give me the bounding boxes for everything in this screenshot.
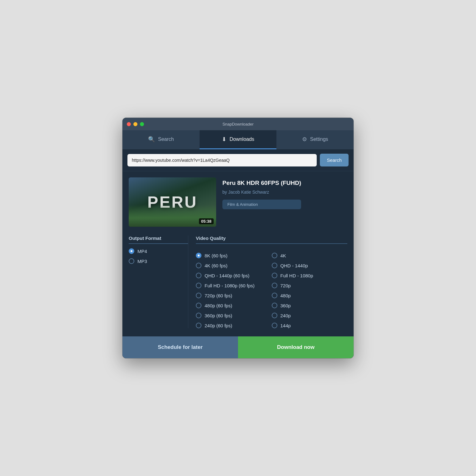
downloads-tab-icon: ⬇	[222, 136, 226, 143]
quality-qhd60-label: QHD - 1440p (60 fps)	[205, 273, 249, 278]
quality-240p60-label: 240p (60 fps)	[205, 323, 232, 328]
minimize-button[interactable]	[133, 122, 137, 126]
quality-col-2: 4K QHD - 1440p Full HD - 1080p 720p	[272, 253, 348, 328]
main-content: PERU 05:38 Peru 8K HDR 60FPS (FUHD) by J…	[122, 171, 354, 336]
quality-720p-radio[interactable]	[272, 283, 277, 288]
video-metadata: Peru 8K HDR 60FPS (FUHD) by Jacob Katie …	[222, 177, 301, 227]
quality-720p60[interactable]: 720p (60 fps)	[196, 293, 272, 298]
quality-8k60-radio[interactable]	[196, 253, 201, 258]
quality-8k60-label: 8K (60 fps)	[205, 253, 227, 258]
quality-240p-label: 240p	[280, 313, 291, 318]
video-quality-label: Video Quality	[196, 236, 347, 244]
quality-240p60[interactable]: 240p (60 fps)	[196, 323, 272, 328]
quality-columns: 8K (60 fps) 4K (60 fps) QHD - 1440p (60 …	[196, 248, 347, 328]
format-mp3-radio[interactable]	[129, 258, 134, 264]
quality-480p60-label: 480p (60 fps)	[205, 303, 232, 308]
quality-480p-label: 480p	[280, 293, 291, 298]
url-input[interactable]	[127, 154, 317, 166]
schedule-button[interactable]: Schedule for later	[122, 336, 238, 358]
quality-360p60-label: 360p (60 fps)	[205, 313, 232, 318]
quality-360p-label: 360p	[280, 303, 291, 308]
quality-720p60-radio[interactable]	[196, 293, 201, 298]
quality-240p-radio[interactable]	[272, 313, 277, 318]
quality-4k60-radio[interactable]	[196, 263, 201, 268]
quality-qhd60[interactable]: QHD - 1440p (60 fps)	[196, 273, 272, 278]
tab-downloads-label: Downloads	[230, 136, 254, 142]
quality-720p-label: 720p	[280, 283, 291, 288]
format-mp4-radio[interactable]	[129, 248, 134, 254]
quality-720p60-label: 720p (60 fps)	[205, 293, 232, 298]
quality-qhd60-radio[interactable]	[196, 273, 201, 278]
tab-settings-label: Settings	[310, 136, 328, 142]
quality-480p[interactable]: 480p	[272, 293, 348, 298]
quality-4k-label: 4K	[280, 253, 286, 258]
format-mp4-label: MP4	[137, 249, 147, 254]
close-button[interactable]	[127, 122, 131, 126]
quality-fhd60-label: Full HD - 1080p (60 fps)	[205, 283, 255, 288]
quality-4k-radio[interactable]	[272, 253, 277, 258]
search-bar: Search	[122, 149, 354, 171]
tab-search[interactable]: 🔍 Search	[122, 130, 200, 149]
output-format-label: Output Format	[129, 236, 188, 244]
maximize-button[interactable]	[140, 122, 144, 126]
quality-qhd-radio[interactable]	[272, 263, 277, 268]
tab-bar: 🔍 Search ⬇ Downloads ⚙ Settings	[122, 130, 354, 149]
video-info: PERU 05:38 Peru 8K HDR 60FPS (FUHD) by J…	[129, 177, 347, 227]
video-duration: 05:38	[199, 218, 214, 224]
format-mp4[interactable]: MP4	[129, 248, 188, 254]
quality-240p[interactable]: 240p	[272, 313, 348, 318]
quality-480p60[interactable]: 480p (60 fps)	[196, 303, 272, 308]
quality-qhd[interactable]: QHD - 1440p	[272, 263, 348, 268]
quality-240p60-radio[interactable]	[196, 323, 201, 328]
titlebar: SnapDownloader	[122, 118, 354, 130]
tab-downloads[interactable]: ⬇ Downloads	[200, 130, 277, 149]
quality-col-1: 8K (60 fps) 4K (60 fps) QHD - 1440p (60 …	[196, 253, 272, 328]
quality-360p-radio[interactable]	[272, 303, 277, 308]
video-quality-panel: Video Quality 8K (60 fps) 4K (60 fps)	[188, 236, 347, 328]
bottom-buttons: Schedule for later Download now	[122, 336, 354, 358]
quality-360p60-radio[interactable]	[196, 313, 201, 318]
quality-fhd[interactable]: Full HD - 1080p	[272, 273, 348, 278]
quality-144p[interactable]: 144p	[272, 323, 348, 328]
video-title: Peru 8K HDR 60FPS (FUHD)	[222, 179, 301, 187]
video-author: by Jacob Katie Schwarz	[222, 190, 301, 195]
tab-search-label: Search	[158, 136, 174, 142]
quality-qhd-label: QHD - 1440p	[280, 263, 308, 268]
quality-360p[interactable]: 360p	[272, 303, 348, 308]
app-window: SnapDownloader 🔍 Search ⬇ Downloads ⚙ Se…	[122, 118, 354, 358]
quality-fhd60[interactable]: Full HD - 1080p (60 fps)	[196, 283, 272, 288]
options-section: Output Format MP4 MP3 Video Qual	[129, 236, 347, 333]
video-category: Film & Animation	[222, 200, 301, 209]
quality-8k60[interactable]: 8K (60 fps)	[196, 253, 272, 258]
quality-720p[interactable]: 720p	[272, 283, 348, 288]
format-mp3-label: MP3	[137, 259, 147, 264]
quality-fhd-label: Full HD - 1080p	[280, 273, 313, 278]
quality-fhd60-radio[interactable]	[196, 283, 201, 288]
search-tab-icon: 🔍	[148, 136, 155, 143]
tab-settings[interactable]: ⚙ Settings	[276, 130, 354, 149]
download-button[interactable]: Download now	[238, 336, 354, 358]
search-button[interactable]: Search	[320, 154, 349, 166]
video-thumbnail: PERU 05:38	[129, 177, 216, 227]
quality-4k60-label: 4K (60 fps)	[205, 263, 227, 268]
quality-4k[interactable]: 4K	[272, 253, 348, 258]
quality-fhd-radio[interactable]	[272, 273, 277, 278]
quality-144p-label: 144p	[280, 323, 291, 328]
quality-480p-radio[interactable]	[272, 293, 277, 298]
quality-144p-radio[interactable]	[272, 323, 277, 328]
window-controls	[127, 122, 144, 126]
format-radio-group: MP4 MP3	[129, 248, 188, 264]
settings-tab-icon: ⚙	[302, 136, 307, 143]
quality-480p60-radio[interactable]	[196, 303, 201, 308]
quality-4k60[interactable]: 4K (60 fps)	[196, 263, 272, 268]
app-title: SnapDownloader	[127, 122, 349, 126]
quality-360p60[interactable]: 360p (60 fps)	[196, 313, 272, 318]
output-format-panel: Output Format MP4 MP3	[129, 236, 188, 328]
format-mp3[interactable]: MP3	[129, 258, 188, 264]
